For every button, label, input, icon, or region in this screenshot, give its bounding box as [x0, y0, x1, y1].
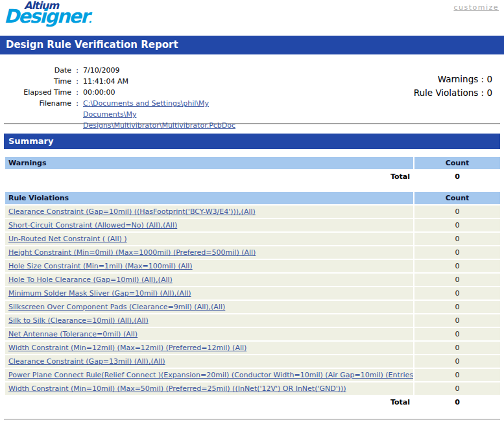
rule-violation-row: Hole To Hole Clearance (Gap=10mil) (All)… [5, 274, 500, 286]
report-info-section: Date:7/10/2009Time:11:41:04 AMElapsed Ti… [4, 65, 500, 123]
rule-violation-count: 0 [414, 287, 500, 300]
rule-violation-link[interactable]: Hole Size Constraint (Min=1mil) (Max=100… [8, 262, 193, 270]
rule-violations-total-row: Total 0 [5, 396, 500, 408]
info-value: 7/10/2009 [83, 65, 119, 76]
rule-violation-row: Width Constraint (Min=10mil) (Max=50mil)… [5, 382, 500, 395]
info-label: Date [4, 65, 71, 76]
rule-violation-cell: Short-Circuit Constraint (Allowed=No) (A… [5, 219, 413, 231]
rule-violation-link[interactable]: Clearance Constraint (Gap=13mil) (All),(… [8, 357, 165, 366]
rule-violation-count: 0 [414, 274, 500, 286]
rule-violation-count: 0 [414, 328, 500, 340]
altium-designer-logo: Altium Designer. [4, 1, 91, 26]
rule-violation-link[interactable]: Net Antennae (Tolerance=0mil) (All) [8, 330, 138, 338]
page-header: Altium Designer. customize [0, 0, 504, 36]
rule-violations-header-row: Rule Violations Count [5, 192, 500, 204]
rule-violation-link[interactable]: Minimum Solder Mask Sliver (Gap=10mil) (… [8, 289, 191, 298]
warnings-header-row: Warnings Count [5, 157, 500, 169]
warnings-table: Warnings Count Total 0 [4, 156, 501, 184]
rule-violation-count: 0 [414, 314, 500, 327]
rule-violation-row: Silkscreen Over Component Pads (Clearanc… [5, 301, 500, 313]
rule-violation-count: 0 [414, 206, 500, 218]
divider-bottom [4, 419, 500, 420]
rule-violations-header: Rule Violations [5, 192, 413, 204]
rule-violation-row: Short-Circuit Constraint (Allowed=No) (A… [5, 219, 500, 231]
warnings-count-text: Warnings : 0 [414, 73, 492, 86]
rule-violation-count: 0 [414, 382, 500, 395]
summary-section-bar: Summary [4, 134, 500, 149]
report-title-bar: Design Rule Verification Report [0, 36, 504, 54]
rule-violation-cell: Width Constraint (Min=12mil) (Max=12mil)… [5, 342, 413, 354]
rule-violation-cell: Net Antennae (Tolerance=0mil) (All) [5, 328, 413, 340]
rule-violation-count: 0 [414, 219, 500, 231]
summary-section-title: Summary [8, 136, 53, 146]
rule-violation-cell: Height Constraint (Min=0mil) (Max=1000mi… [5, 246, 413, 259]
rule-violation-link[interactable]: Clearance Constraint (Gap=10mil) ((HasFo… [8, 207, 256, 216]
rule-violation-count: 0 [414, 342, 500, 354]
rule-violation-cell: Silkscreen Over Component Pads (Clearanc… [5, 301, 413, 313]
rule-violation-cell: Width Constraint (Min=10mil) (Max=50mil)… [5, 382, 413, 395]
rule-violation-count: 0 [414, 246, 500, 259]
filename-link[interactable]: C:\Documents and Settings\phil\My Docume… [83, 98, 259, 131]
rule-violations-total-value: 0 [414, 396, 500, 408]
rule-violation-link[interactable]: Un-Routed Net Constraint ( (All) ) [8, 235, 127, 243]
rule-violation-link[interactable]: Height Constraint (Min=0mil) (Max=1000mi… [8, 248, 256, 257]
info-value: 00:00:00 [83, 87, 115, 98]
rule-violation-cell: Clearance Constraint (Gap=10mil) ((HasFo… [5, 206, 413, 218]
logo-trademark-dot: . [88, 14, 90, 25]
rule-violation-link[interactable]: Width Constraint (Min=10mil) (Max=50mil)… [8, 384, 346, 393]
rule-violations-table: Rule Violations Count Clearance Constrai… [4, 191, 501, 410]
customize-link[interactable]: customize [453, 3, 499, 12]
rule-violation-row: Clearance Constraint (Gap=13mil) (All),(… [5, 355, 500, 368]
info-colon: : [71, 65, 83, 76]
rule-violation-count: 0 [414, 355, 500, 368]
rule-violation-link[interactable]: Silkscreen Over Component Pads (Clearanc… [8, 303, 225, 311]
rule-violation-row: Net Antennae (Tolerance=0mil) (All)0 [5, 328, 500, 340]
rule-violation-count: 0 [414, 301, 500, 313]
rule-violation-row: Hole Size Constraint (Min=1mil) (Max=100… [5, 260, 500, 272]
rule-violation-row: Power Plane Connect Rule(Relief Connect … [5, 369, 500, 381]
rule-violation-cell: Hole Size Constraint (Min=1mil) (Max=100… [5, 260, 413, 272]
rule-violation-row: Clearance Constraint (Gap=10mil) ((HasFo… [5, 206, 500, 218]
warnings-total-row: Total 0 [5, 170, 500, 183]
rule-violation-cell: Silk to Silk (Clearance=10mil) (All),(Al… [5, 314, 413, 327]
filename-label: Filename [4, 98, 71, 131]
rule-violation-link[interactable]: Short-Circuit Constraint (Allowed=No) (A… [8, 221, 177, 229]
warnings-total-value: 0 [414, 170, 500, 183]
rule-violations-count-header: Count [414, 192, 500, 204]
info-label: Time [4, 76, 71, 87]
rule-violations-total-label: Total [5, 396, 413, 408]
info-colon: : [71, 87, 83, 98]
rule-violations-count-text: Rule Violations : 0 [414, 86, 492, 100]
rule-violation-link[interactable]: Hole To Hole Clearance (Gap=10mil) (All)… [8, 276, 173, 284]
rule-violation-link[interactable]: Width Constraint (Min=12mil) (Max=12mil)… [8, 344, 246, 352]
rule-violation-cell: Hole To Hole Clearance (Gap=10mil) (All)… [5, 274, 413, 286]
rule-violation-count: 0 [414, 369, 500, 381]
info-row-filename: Filename : C:\Documents and Settings\phi… [4, 98, 500, 131]
warnings-total-label: Total [5, 170, 413, 183]
rule-violation-row: Minimum Solder Mask Sliver (Gap=10mil) (… [5, 287, 500, 300]
rule-violation-link[interactable]: Power Plane Connect Rule(Relief Connect … [8, 371, 413, 379]
filename-colon: : [71, 98, 83, 131]
rule-violation-row: Un-Routed Net Constraint ( (All) )0 [5, 233, 500, 245]
rule-violation-cell: Power Plane Connect Rule(Relief Connect … [5, 369, 413, 381]
info-label: Elapsed Time [4, 87, 71, 98]
rule-violation-cell: Minimum Solder Mask Sliver (Gap=10mil) (… [5, 287, 413, 300]
warnings-count-header: Count [414, 157, 500, 169]
rule-violation-row: Width Constraint (Min=12mil) (Max=12mil)… [5, 342, 500, 354]
rule-violation-cell: Clearance Constraint (Gap=13mil) (All),(… [5, 355, 413, 368]
info-colon: : [71, 76, 83, 87]
logo-designer-text: Designer. [4, 7, 91, 26]
rule-violation-cell: Un-Routed Net Constraint ( (All) ) [5, 233, 413, 245]
info-value: 11:41:04 AM [83, 76, 128, 87]
rule-violation-row: Height Constraint (Min=0mil) (Max=1000mi… [5, 246, 500, 259]
warnings-header: Warnings [5, 157, 413, 169]
rule-violation-link[interactable]: Silk to Silk (Clearance=10mil) (All),(Al… [8, 316, 149, 325]
rule-violation-count: 0 [414, 260, 500, 272]
report-title: Design Rule Verification Report [6, 39, 178, 51]
rule-violation-count: 0 [414, 233, 500, 245]
rule-violation-row: Silk to Silk (Clearance=10mil) (All),(Al… [5, 314, 500, 327]
summary-counts: Warnings : 0 Rule Violations : 0 [414, 73, 492, 100]
